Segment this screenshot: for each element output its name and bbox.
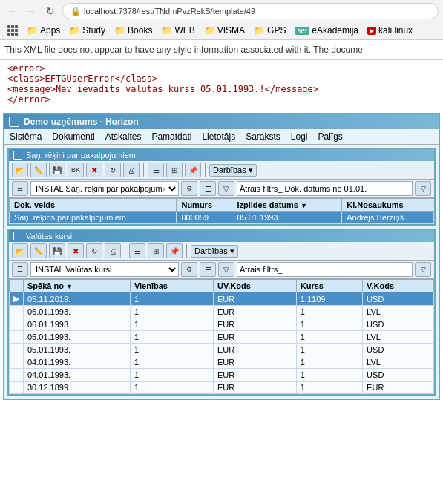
filter-columns-btn[interactable]: ☰ (200, 181, 216, 196)
cell-uv-kods: EUR (214, 331, 297, 344)
menu-paligs[interactable]: Palīgs (316, 131, 345, 143)
menu-lietotajs[interactable]: Lietotājs (200, 131, 237, 143)
vk-filter-settings-btn[interactable]: ⚙ (181, 262, 197, 277)
vk-toolbar-delete-btn[interactable]: ✖ (68, 243, 84, 258)
vk-row[interactable]: 06.01.1993. 1 EUR 1 USD (10, 318, 434, 331)
bookmark-apps[interactable]: 📁 Apps (24, 24, 63, 37)
bookmark-kali[interactable]: ▶ kali linux (364, 24, 416, 37)
menu-pamatdati[interactable]: Pamatdati (149, 131, 194, 143)
vk-toolbar-list-btn[interactable]: ☰ (129, 243, 145, 258)
san-rekini-icon (13, 151, 22, 160)
toolbar-grid-btn[interactable]: ⊞ (166, 163, 183, 177)
valutas-kursi-filter-input[interactable] (237, 262, 413, 277)
vk-row[interactable]: 05.01.1993. 1 EUR 1 USD (10, 344, 434, 356)
vk-col-uv-kods[interactable]: UV.Kods (214, 280, 297, 292)
bookmark-books[interactable]: 📁 Books (111, 24, 155, 37)
browser-toolbar: ← → ↻ 🔒 localhost:7378/rest/TNdmPvzRekS/… (0, 0, 443, 22)
vk-row[interactable]: 06.01.1993. 1 EUR 1 LVL (10, 306, 434, 318)
bookmark-study-label: Study (82, 25, 105, 36)
horizon-window-icon (9, 117, 19, 127)
bookmark-eakademija[interactable]: ser eAkadēmija (292, 24, 361, 37)
san-rekini-window: Saņ. rēķini par pakalpojumiem 📂 ✏️ 💾 BK … (7, 148, 436, 226)
cell-v-kods: USD (363, 344, 434, 356)
vk-filter-extra-btn[interactable]: ▽ (415, 262, 431, 277)
vk-darbibas-dropdown[interactable]: Darbības ▾ (191, 245, 238, 258)
cell-speka-no: 04.01.1993. (24, 369, 131, 382)
vk-toolbar-refresh-btn[interactable]: ↻ (86, 243, 102, 258)
refresh-button[interactable]: ↻ (43, 4, 58, 19)
san-rekini-row[interactable]: Saņ. rēķins par pakalpojumiem 000059 05.… (10, 212, 434, 224)
toolbar-refresh-btn[interactable]: ↻ (105, 163, 121, 177)
toolbar-print-btn[interactable]: 🖨 (123, 163, 140, 177)
vk-toolbar-save-btn[interactable]: 💾 (49, 243, 65, 258)
toolbar-delete-btn[interactable]: ✖ (86, 163, 102, 177)
vk-toolbar-pin-btn[interactable]: 📌 (166, 243, 183, 258)
filter-settings-btn[interactable]: ⚙ (181, 181, 197, 196)
vk-toolbar-print-btn[interactable]: 🖨 (105, 243, 121, 258)
vk-row[interactable]: ▶ 05.11.2019. 1 EUR 1.1109 USD (10, 292, 434, 306)
san-rekini-filter-input[interactable] (237, 181, 413, 196)
vk-toolbar-open-btn[interactable]: 📂 (12, 243, 28, 258)
cell-kurss: 1 (296, 356, 362, 369)
filter-extra-btn[interactable]: ▽ (415, 181, 431, 196)
col-izpildes-datums[interactable]: Izpildes datums ▼ (232, 199, 342, 212)
col-numurs[interactable]: Numurs (177, 199, 232, 212)
cell-v-kods: USD (363, 292, 434, 306)
bookmark-gps-label: GPS (267, 25, 286, 36)
vk-toolbar-sep2 (186, 244, 187, 258)
menu-saraksts[interactable]: Saraksts (243, 131, 283, 143)
vk-sort-arrow: ▼ (66, 283, 73, 290)
san-rekini-filter-select[interactable]: INSTAL Saņ. rēķini par pakalpojumier (30, 181, 179, 196)
cell-uv-kods: EUR (214, 356, 297, 369)
vk-toolbar-edit-btn[interactable]: ✏️ (30, 243, 47, 258)
vk-col-v-kods[interactable]: V.Kods (363, 280, 434, 292)
horizon-window-title: Demo uzņēmums - Horizon (24, 117, 139, 127)
cell-kurss: 1 (296, 344, 362, 356)
cell-datums: 05.01.1993. (232, 212, 342, 224)
cell-arrow (10, 318, 24, 331)
address-bar[interactable]: 🔒 localhost:7378/rest/TNdmPvzRekS/templa… (62, 3, 439, 19)
horizon-window: Demo uzņēmums - Horizon Sistēma Dokument… (3, 113, 440, 400)
toolbar-bk-btn[interactable]: BK (68, 163, 84, 177)
vk-filter-icon-btn[interactable]: ☰ (12, 262, 28, 277)
menu-dokumenti[interactable]: Dokumenti (50, 131, 96, 143)
toolbar-save-btn[interactable]: 💾 (49, 163, 65, 177)
xml-tag-class: <class>EFTGUserError</class> (7, 73, 157, 84)
toolbar-list-btn[interactable]: ☰ (148, 163, 164, 177)
vk-row[interactable]: 30.12.1899. 1 EUR 1 EUR (10, 382, 434, 394)
menu-atskaites[interactable]: Atskaites (103, 131, 144, 143)
valutas-kursi-filter-select[interactable]: INSTAL Valūtas kursi (30, 262, 179, 277)
apps-grid-icon[interactable] (4, 24, 21, 37)
col-dok-veids[interactable]: Dok. veids (10, 199, 177, 212)
xml-tag-error-close: </error> (7, 94, 50, 105)
vk-row[interactable]: 04.01.1993. 1 EUR 1 USD (10, 369, 434, 382)
vk-toolbar-grid-btn[interactable]: ⊞ (148, 243, 164, 258)
cell-vienibas: 1 (130, 382, 213, 394)
col-kl-nosaukums[interactable]: Kl.Nosaukums (342, 199, 434, 212)
toolbar-edit-btn[interactable]: ✏️ (30, 163, 47, 177)
toolbar-pin-btn[interactable]: 📌 (185, 163, 201, 177)
menu-sistema[interactable]: Sistēma (7, 131, 44, 143)
vk-row[interactable]: 05.01.1993. 1 EUR 1 LVL (10, 331, 434, 344)
menu-logi[interactable]: Logi (289, 131, 310, 143)
vk-row[interactable]: 04.01.1993. 1 EUR 1 LVL (10, 356, 434, 369)
bookmark-visma[interactable]: 📁 VISMA (201, 24, 248, 37)
bookmark-web[interactable]: 📁 WEB (158, 24, 197, 37)
filter-funnel-btn[interactable]: ▽ (218, 181, 234, 196)
vk-col-vienibas[interactable]: Vienības (130, 280, 213, 292)
bookmark-gps[interactable]: 📁 GPS (251, 24, 289, 37)
toolbar-open-btn[interactable]: 📂 (12, 163, 28, 177)
vk-col-kurss[interactable]: Kurss (296, 280, 362, 292)
vk-col-speka-no[interactable]: Spēkā no ▼ (24, 280, 131, 292)
bookmark-books-label: Books (128, 25, 152, 36)
back-button[interactable]: ← (4, 4, 19, 19)
vk-filter-columns-btn[interactable]: ☰ (200, 262, 216, 277)
cell-uv-kods: EUR (214, 382, 297, 394)
filter-icon-btn[interactable]: ☰ (12, 181, 28, 196)
cell-speka-no: 06.01.1993. (24, 306, 131, 318)
bookmark-study[interactable]: 📁 Study (66, 24, 108, 37)
darbibas-dropdown[interactable]: Darbības ▾ (209, 164, 257, 177)
horizon-titlebar: Demo uzņēmums - Horizon (4, 114, 439, 129)
forward-button[interactable]: → (24, 4, 39, 19)
vk-filter-funnel-btn[interactable]: ▽ (218, 262, 234, 277)
